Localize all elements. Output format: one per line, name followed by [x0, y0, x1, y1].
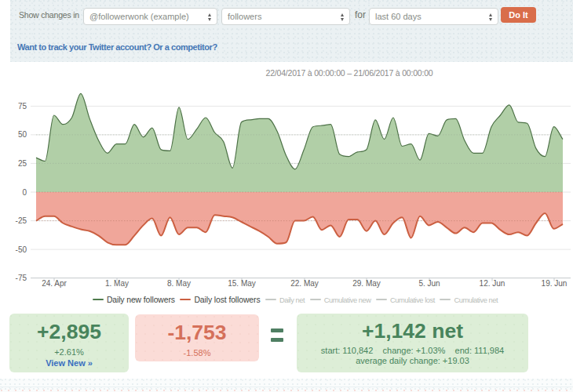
svg-text:25: 25 [18, 159, 27, 168]
svg-text:8. May: 8. May [167, 279, 191, 288]
svg-text:5. Jun: 5. Jun [418, 279, 440, 288]
svg-text:0: 0 [22, 188, 27, 197]
svg-text:1. May: 1. May [105, 279, 129, 288]
svg-text:75: 75 [18, 102, 27, 111]
svg-text:29. May: 29. May [352, 279, 381, 288]
svg-text:22. May: 22. May [290, 279, 319, 288]
svg-text:-75: -75 [16, 274, 27, 282]
svg-text:-50: -50 [16, 245, 27, 254]
svg-text:-25: -25 [16, 216, 27, 225]
svg-text:12. Jun: 12. Jun [480, 279, 505, 288]
svg-text:50: 50 [18, 130, 27, 139]
svg-text:15. May: 15. May [228, 279, 256, 288]
svg-text:19. Jun: 19. Jun [542, 279, 568, 288]
svg-text:24. Apr: 24. Apr [42, 279, 67, 288]
